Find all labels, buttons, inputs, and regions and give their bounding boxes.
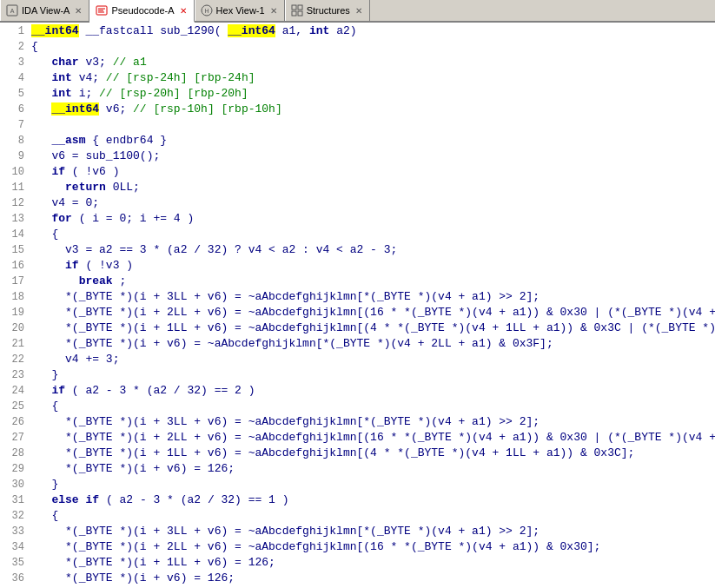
code-content-4: int v4; // [rsp-24h] [rbp-24h] [31,71,712,84]
line-num-35: 35 [3,557,24,569]
code-line-9: 9 v6 = sub_1100(); [0,149,715,165]
tab-hex-view-1[interactable]: H Hex View-1 ✕ [195,0,285,21]
token-int64-1: __int64 [31,24,79,37]
svg-rect-9 [298,5,302,10]
code-line-5: 5 int i; // [rsp-20h] [rbp-20h] [0,87,715,102]
line-num-11: 11 [3,182,24,194]
code-line-4: 4 int v4; // [rsp-24h] [rbp-24h] [0,71,715,87]
line-num-10: 10 [3,166,24,178]
tab-hex-label: Hex View-1 [216,5,265,16]
code-line-18: 18 *(_BYTE *)(i + 3LL + v6) = ~aAbcdefgh… [0,290,715,306]
code-content-10: if ( !v6 ) [31,165,712,178]
code-content-33: *(_BYTE *)(i + 3LL + v6) = ~aAbcdefghijk… [31,525,712,538]
code-line-23: 23 } [0,368,715,384]
tab-structures-close[interactable]: ✕ [354,5,364,17]
code-line-35: 35 *(_BYTE *)(i + 1LL + v6) = 126; [0,556,715,571]
tab-ida-close[interactable]: ✕ [73,5,83,17]
code-line-27: 27 *(_BYTE *)(i + 2LL + v6) = ~aAbcdefgh… [0,431,715,446]
code-content-13: for ( i = 0; i += 4 ) [31,212,712,225]
code-line-20: 20 *(_BYTE *)(i + 1LL + v6) = ~aAbcdefgh… [0,321,715,337]
line-num-36: 36 [3,572,24,585]
svg-rect-11 [298,11,302,16]
line-num-27: 27 [3,432,24,444]
line-num-32: 32 [3,510,24,522]
code-content-25: { [31,400,712,413]
code-line-17: 17 break ; [0,274,715,290]
code-line-13: 13 for ( i = 0; i += 4 ) [0,212,715,228]
line-num-6: 6 [3,103,24,116]
code-line-7: 7 [0,118,715,134]
code-content-11: return 0LL; [31,181,712,194]
line-num-30: 30 [3,479,24,491]
code-content-7 [31,118,712,131]
token-int64-2: __int64 [228,24,275,37]
code-content-32: { [31,509,712,522]
svg-rect-10 [292,11,296,16]
token-int64-3: __int64 [51,102,99,116]
tab-hex-close[interactable]: ✕ [268,5,279,17]
tab-ida-view-a[interactable]: A IDA View-A ✕ [0,0,89,21]
code-content-31: else if ( a2 - 3 * (a2 / 32) == 1 ) [31,493,712,506]
line-num-19: 19 [3,307,24,319]
line-num-16: 16 [3,260,24,272]
code-content-23: } [31,368,712,381]
tab-structures[interactable]: Structures ✕ [285,0,370,21]
code-content-19: *(_BYTE *)(i + 2LL + v6) = ~aAbcdefghijk… [31,306,715,319]
svg-rect-8 [292,5,296,10]
line-num-15: 15 [3,244,24,256]
tab-pseudocode-a[interactable]: Pseudocode-A ✕ [89,0,194,23]
code-content-3: char v3; // a1 [31,56,712,69]
tab-pseudo-close[interactable]: ✕ [178,5,189,17]
code-content-34: *(_BYTE *)(i + 2LL + v6) = ~aAbcdefghijk… [31,540,712,553]
code-line-12: 12 v4 = 0; [0,196,715,212]
line-num-7: 7 [3,119,24,131]
code-line-36: 36 *(_BYTE *)(i + v6) = 126; [0,571,715,586]
tab-structures-label: Structures [307,5,350,16]
code-content-17: break ; [31,274,712,287]
code-line-19: 19 *(_BYTE *)(i + 2LL + v6) = ~aAbcdefgh… [0,306,715,321]
code-content-18: *(_BYTE *)(i + 3LL + v6) = ~aAbcdefghijk… [31,290,712,303]
code-content-1: __int64 __fastcall sub_1290( __int64 a1,… [31,24,712,37]
tab-ida-label: IDA View-A [22,5,70,16]
code-content-30: } [31,478,712,491]
code-line-30: 30 } [0,478,715,493]
code-line-31: 31 else if ( a2 - 3 * (a2 / 32) == 1 ) [0,493,715,509]
code-content-22: v4 += 3; [31,353,712,366]
code-line-11: 11 return 0LL; [0,181,715,196]
code-area[interactable]: 1 __int64 __fastcall sub_1290( __int64 a… [0,23,715,586]
line-num-31: 31 [3,494,24,506]
code-line-3: 3 char v3; // a1 [0,56,715,71]
code-content-21: *(_BYTE *)(i + v6) = ~aAbcdefghijklmn[*(… [31,337,712,350]
line-num-21: 21 [3,338,24,350]
code-line-6: 6 __int64 v6; // [rsp-10h] [rbp-10h] [0,102,715,118]
tab-bar: A IDA View-A ✕ Pseudocode-A ✕ H Hex View… [0,0,715,23]
svg-text:A: A [10,8,15,14]
code-content-9: v6 = sub_1100(); [31,149,712,162]
line-num-3: 3 [3,56,24,69]
line-num-9: 9 [3,150,24,162]
line-num-8: 8 [3,135,24,147]
code-content-12: v4 = 0; [31,196,712,209]
code-content-28: *(_BYTE *)(i + 1LL + v6) = ~aAbcdefghijk… [31,446,712,459]
code-content-6: __int64 v6; // [rsp-10h] [rbp-10h] [31,102,712,116]
code-content-27: *(_BYTE *)(i + 2LL + v6) = ~aAbcdefghijk… [31,431,715,444]
line-num-1: 1 [3,25,24,37]
line-num-4: 4 [3,72,24,84]
line-num-13: 13 [3,213,24,225]
code-content-2: { [31,40,712,53]
svg-text:H: H [204,8,209,14]
line-num-26: 26 [3,416,24,428]
code-line-34: 34 *(_BYTE *)(i + 2LL + v6) = ~aAbcdefgh… [0,540,715,556]
code-content-35: *(_BYTE *)(i + 1LL + v6) = 126; [31,556,712,569]
code-content-29: *(_BYTE *)(i + v6) = 126; [31,462,712,475]
line-num-2: 2 [3,41,24,53]
code-content-36: *(_BYTE *)(i + v6) = 126; [31,571,712,585]
code-content-24: if ( a2 - 3 * (a2 / 32) == 2 ) [31,384,712,397]
line-num-18: 18 [3,291,24,303]
line-num-28: 28 [3,447,24,459]
line-num-29: 29 [3,463,24,475]
line-num-20: 20 [3,322,24,334]
code-line-29: 29 *(_BYTE *)(i + v6) = 126; [0,462,715,478]
ida-icon: A [6,4,18,17]
code-line-25: 25 { [0,400,715,415]
